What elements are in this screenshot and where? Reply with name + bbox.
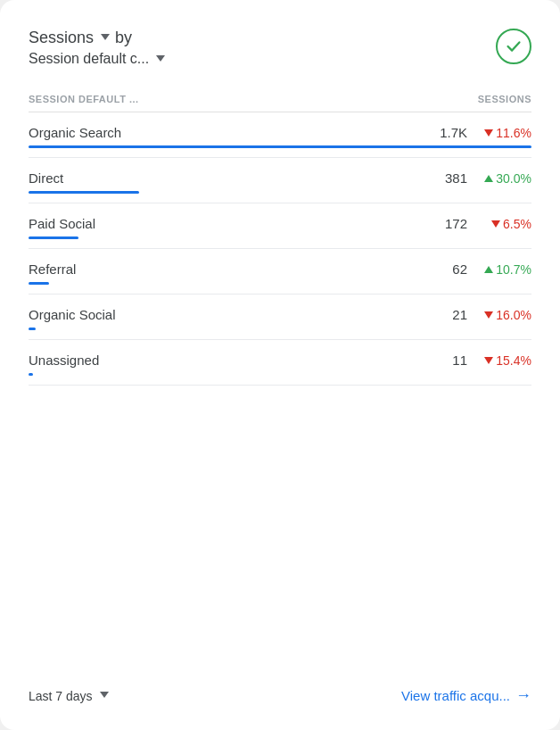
row-value: 62 (432, 261, 467, 277)
sessions-label[interactable]: Sessions (29, 29, 94, 47)
row-name: Referral (29, 261, 76, 277)
row-content: Direct 381 30.0% (29, 170, 531, 186)
row-content: Paid Social 172 6.5% (29, 216, 531, 231)
footer-period[interactable]: Last 7 days (29, 689, 109, 703)
bar-container (29, 282, 531, 285)
row-right: 1.7K 11.6% (432, 125, 531, 140)
arrow-down-icon (491, 220, 500, 228)
bar (29, 236, 78, 239)
arrow-up-icon (484, 175, 493, 182)
footer-link-arrow-icon: → (515, 686, 531, 705)
subtitle-row: Session default c... (29, 51, 165, 67)
bar-container (29, 236, 531, 239)
row-value: 21 (432, 307, 467, 322)
checkmark-icon (504, 37, 523, 56)
sessions-dropdown-icon[interactable] (101, 34, 110, 40)
row-right: 381 30.0% (432, 170, 531, 186)
table-row[interactable]: Direct 381 30.0% (29, 158, 531, 203)
row-value: 1.7K (432, 125, 467, 140)
arrow-up-icon (484, 266, 493, 273)
card-header: Sessions by Session default c... (29, 29, 531, 67)
arrow-down-icon (484, 311, 493, 319)
row-name: Paid Social (29, 216, 95, 231)
row-change: 16.0% (478, 308, 531, 322)
row-content: Organic Social 21 16.0% (29, 307, 531, 322)
table-row[interactable]: Paid Social 172 6.5% (29, 203, 531, 249)
view-traffic-link[interactable]: View traffic acqu... → (401, 686, 531, 705)
bar (29, 373, 33, 376)
row-change: 30.0% (478, 171, 531, 186)
row-right: 11 15.4% (432, 353, 531, 368)
row-name: Unassigned (29, 353, 99, 368)
subtitle-dropdown-icon[interactable] (156, 55, 165, 62)
table-body: Organic Search 1.7K 11.6% Direct 381 30.… (29, 112, 531, 661)
row-name: Organic Social (29, 307, 116, 322)
row-name: Direct (29, 170, 63, 186)
bar (29, 328, 36, 330)
bar (29, 145, 531, 148)
card-footer: Last 7 days View traffic acqu... → (29, 668, 531, 705)
table-row[interactable]: Referral 62 10.7% (29, 249, 531, 294)
row-right: 21 16.0% (432, 307, 531, 322)
table-row[interactable]: Organic Social 21 16.0% (29, 294, 531, 340)
analytics-card: Sessions by Session default c... SESSION… (0, 0, 560, 730)
period-label: Last 7 days (29, 689, 93, 703)
bar-container (29, 191, 531, 194)
table-row[interactable]: Organic Search 1.7K 11.6% (29, 112, 531, 158)
row-value: 381 (432, 170, 467, 186)
bar-container (29, 145, 531, 148)
row-change: 15.4% (478, 353, 531, 368)
check-icon-button[interactable] (496, 29, 531, 64)
bar-container (29, 373, 531, 376)
period-dropdown-icon[interactable] (100, 692, 109, 698)
row-value: 172 (432, 216, 467, 231)
session-default-label[interactable]: Session default c... (29, 51, 149, 67)
row-change: 6.5% (478, 217, 531, 231)
table-row[interactable]: Unassigned 11 15.4% (29, 340, 531, 386)
header-title: Sessions by (29, 29, 165, 47)
row-change: 11.6% (478, 126, 531, 140)
bar-container (29, 328, 531, 330)
row-right: 172 6.5% (432, 216, 531, 231)
col1-header: SESSION DEFAULT ... (29, 94, 139, 104)
arrow-down-icon (484, 129, 493, 137)
by-label: by (115, 29, 132, 47)
bar (29, 282, 49, 285)
row-change: 10.7% (478, 262, 531, 277)
col2-header: SESSIONS (478, 94, 531, 104)
bar (29, 191, 139, 194)
row-content: Organic Search 1.7K 11.6% (29, 125, 531, 140)
table-header: SESSION DEFAULT ... SESSIONS (29, 85, 531, 112)
row-name: Organic Search (29, 125, 121, 140)
row-value: 11 (432, 353, 467, 368)
header-left: Sessions by Session default c... (29, 29, 165, 67)
row-content: Unassigned 11 15.4% (29, 353, 531, 368)
footer-link-text: View traffic acqu... (401, 688, 510, 703)
row-right: 62 10.7% (432, 261, 531, 277)
arrow-down-icon (484, 357, 493, 364)
row-content: Referral 62 10.7% (29, 261, 531, 277)
